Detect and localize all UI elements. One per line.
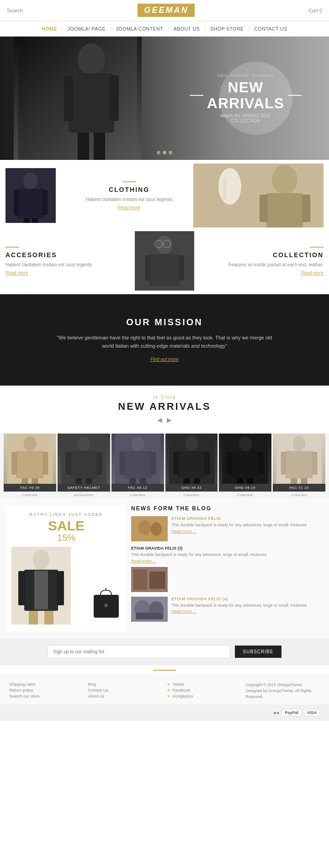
prev-arrow[interactable]: ◀ bbox=[157, 416, 162, 423]
svg-rect-6 bbox=[94, 132, 105, 160]
svg-rect-67 bbox=[281, 452, 287, 475]
blog-item-readmore-0[interactable]: Read more ... bbox=[171, 529, 307, 534]
blog-content-0: ETIAM GRAVIDA FELIS This durable backpac… bbox=[171, 516, 307, 534]
blog-item-title-1: ETIAM GRAVIDA FELIS (3) bbox=[131, 546, 322, 550]
svg-rect-2 bbox=[69, 73, 114, 132]
nav-contact-us[interactable]: CONTACT US bbox=[252, 25, 289, 32]
svg-rect-69 bbox=[291, 478, 297, 484]
accessories-gold-line bbox=[5, 247, 19, 248]
product-card-3[interactable]: GHD #6 32 Collection bbox=[165, 434, 218, 498]
product-card-5[interactable]: FAC #1 19 Collection bbox=[273, 434, 325, 498]
hero-man-image bbox=[14, 37, 142, 160]
footer-link-about[interactable]: About us bbox=[88, 694, 163, 699]
mission-find-out[interactable]: Find out more bbox=[150, 357, 179, 362]
collection-desc: Features an inside pocket at each end, l… bbox=[198, 261, 324, 268]
search-link[interactable]: Search. bbox=[7, 8, 24, 13]
nav-home[interactable]: HOME bbox=[40, 25, 59, 32]
clothing-text: CLOTHING Habent claritatem insitam est u… bbox=[69, 181, 190, 210]
hero-tagline: Chic, Colorful, Gorgeous bbox=[190, 73, 302, 78]
nav-shop-store[interactable]: SHOP STORE bbox=[208, 25, 245, 32]
collection-image-large bbox=[193, 164, 324, 228]
footer-main: Shipping rates Return policy Search our … bbox=[0, 673, 329, 704]
svg-rect-35 bbox=[32, 478, 38, 484]
svg-rect-23 bbox=[149, 254, 180, 286]
svg-rect-61 bbox=[258, 452, 264, 475]
svg-rect-77 bbox=[44, 611, 53, 625]
footer-link-search[interactable]: Search our store bbox=[9, 694, 84, 699]
product-card-1[interactable]: SAFETY HELMET Accessories bbox=[58, 434, 110, 498]
svg-point-30 bbox=[23, 436, 36, 451]
blog-item-readmore-1[interactable]: Read more ... bbox=[131, 559, 322, 563]
product-image-2 bbox=[111, 434, 164, 484]
svg-rect-63 bbox=[247, 478, 254, 484]
nav-joomla-content[interactable]: JOOMLA CONTENT bbox=[114, 25, 165, 32]
svg-rect-59 bbox=[232, 451, 259, 478]
svg-rect-75 bbox=[57, 571, 64, 605]
svg-rect-46 bbox=[119, 452, 125, 475]
svg-rect-40 bbox=[96, 452, 102, 475]
collection-text: COLLECTION Features an inside pocket at … bbox=[198, 247, 324, 275]
hero-line-left bbox=[190, 95, 203, 96]
sale-percentage: 15% bbox=[11, 533, 121, 543]
newsletter-input[interactable] bbox=[48, 645, 230, 658]
product-nav-arrows: ◀ ▶ bbox=[5, 416, 324, 423]
nav-joomla-page[interactable]: JOOMLA! PAGE bbox=[66, 25, 107, 32]
site-logo[interactable]: GEEMAN bbox=[138, 4, 195, 17]
svg-rect-42 bbox=[85, 478, 92, 484]
accessories-row: ACCESORIES Habent claritatem insitam est… bbox=[5, 231, 324, 291]
svg-point-8 bbox=[23, 173, 38, 189]
product-cat-0: Collection bbox=[4, 492, 56, 498]
mission-quote: "We believe gentleman have the right to … bbox=[50, 334, 279, 350]
cart-info[interactable]: Cart 0 bbox=[308, 8, 322, 13]
top-bar: Search. GEEMAN Cart 0 bbox=[0, 0, 329, 21]
footer-link-facebook[interactable]: ✦ Facebook bbox=[167, 688, 241, 693]
blog-item-readmore-3[interactable]: Read more ... bbox=[171, 609, 307, 614]
svg-rect-20 bbox=[223, 177, 227, 200]
blog-item-title-0: ETIAM GRAVIDA FELIS bbox=[171, 516, 307, 521]
product-card-4[interactable]: GHD #8 24 Collection bbox=[219, 434, 271, 498]
footer-link-twitter[interactable]: ✦ Twitter bbox=[167, 682, 241, 687]
svg-rect-74 bbox=[18, 571, 25, 605]
svg-rect-60 bbox=[227, 452, 233, 475]
arrivals-title: NEW ARRIVALS bbox=[5, 401, 324, 413]
sale-panel: EXTRA LINES JUST ADDED SALE 15% bbox=[7, 505, 126, 631]
footer-link-return[interactable]: Return policy bbox=[9, 688, 84, 693]
svg-rect-41 bbox=[75, 478, 82, 484]
svg-rect-18 bbox=[302, 195, 310, 222]
mastercard-icon: ●● bbox=[273, 710, 279, 715]
nav-about-us[interactable]: ABOUT US bbox=[172, 25, 202, 32]
svg-rect-45 bbox=[124, 451, 151, 478]
clothing-read-more[interactable]: Read more bbox=[69, 205, 190, 210]
next-arrow[interactable]: ▶ bbox=[167, 416, 172, 423]
footer-col-4: Copyright © 2015 OmegaTheme. Designed by… bbox=[246, 682, 320, 700]
footer-link-contact[interactable]: Contact Us bbox=[88, 688, 163, 693]
logo-wrap: GEEMAN bbox=[24, 4, 308, 17]
sep4: / bbox=[204, 26, 206, 32]
subscribe-button[interactable]: SUBSCRIBE bbox=[235, 646, 282, 658]
hero-dot-3[interactable] bbox=[169, 151, 172, 154]
product-name-1: SAFETY HELMET bbox=[58, 484, 110, 492]
paypal-icon: PayPal bbox=[281, 709, 302, 716]
svg-rect-76 bbox=[29, 611, 38, 625]
product-card-2[interactable]: FAC #A 12 Collection bbox=[111, 434, 164, 498]
footer-link-shipping[interactable]: Shipping rates bbox=[9, 682, 84, 687]
accessories-read-more[interactable]: Read more bbox=[5, 270, 131, 275]
product-card-0[interactable]: FAC #9 29 Collection bbox=[4, 434, 56, 498]
hero-dots bbox=[157, 151, 172, 154]
blog-content-3: ETIAM GRAVIDA FELIS (4) This durable bac… bbox=[171, 597, 307, 614]
svg-rect-33 bbox=[42, 452, 48, 475]
man-figure bbox=[14, 37, 142, 160]
hero-dot-1[interactable] bbox=[157, 151, 160, 154]
blog-panel: NEWS FORM THE BLOG ETIAM GRAVIDA FELIS T… bbox=[131, 505, 322, 631]
facebook-icon: ✦ bbox=[167, 688, 170, 693]
sep1: / bbox=[62, 26, 63, 32]
footer-link-google[interactable]: ✦ Googleplus bbox=[167, 694, 241, 699]
hero-dot-2[interactable] bbox=[163, 151, 166, 154]
footer-link-blog[interactable]: Blog bbox=[88, 682, 163, 687]
blog-item-desc-1: This durable backpack is ready for any a… bbox=[131, 552, 322, 558]
collection-read-more[interactable]: Read more bbox=[198, 270, 324, 275]
sep5: / bbox=[249, 26, 250, 32]
clothing-row: CLOTHING Habent claritatem insitam est u… bbox=[5, 164, 324, 228]
svg-point-80 bbox=[104, 603, 108, 607]
blog-item-title-3: ETIAM GRAVIDA FELIS (4) bbox=[171, 597, 307, 601]
